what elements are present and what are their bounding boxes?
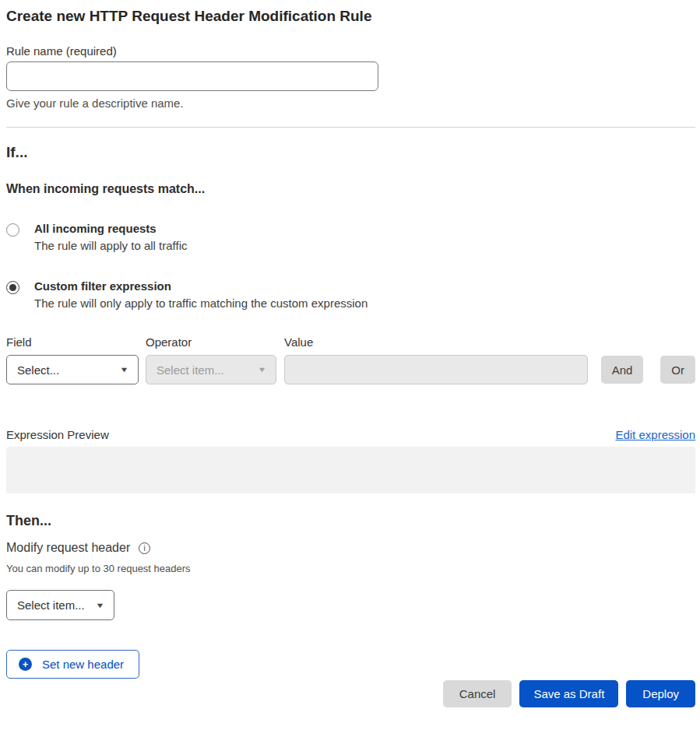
operator-select-value: Select item...	[157, 363, 224, 377]
expression-builder-row: Field Select... ▼ Operator Select item..…	[6, 335, 695, 384]
then-heading: Then...	[6, 513, 695, 529]
header-action-select-value: Select item...	[17, 598, 85, 612]
modify-header-help: You can modify up to 30 request headers	[6, 563, 695, 574]
value-input	[284, 355, 588, 384]
or-button[interactable]: Or	[660, 356, 695, 384]
edit-expression-link[interactable]: Edit expression	[615, 428, 695, 441]
radio-option-description: The rule will only apply to traffic matc…	[34, 297, 368, 310]
chevron-down-icon: ▼	[95, 602, 104, 609]
rule-name-input[interactable]	[6, 61, 378, 91]
plus-icon: +	[19, 658, 32, 671]
match-subheading: When incoming requests match...	[6, 182, 695, 196]
radio-option-label: All incoming requests	[34, 222, 187, 235]
expression-preview-label: Expression Preview	[6, 428, 109, 441]
field-select[interactable]: Select... ▼	[6, 355, 139, 384]
chevron-down-icon: ▼	[119, 366, 128, 374]
rule-name-label: Rule name (required)	[6, 44, 695, 58]
chevron-down-icon: ▼	[257, 366, 266, 374]
section-divider	[6, 127, 695, 128]
footer-actions: Cancel Save as Draft Deploy	[6, 680, 695, 707]
info-icon[interactable]: i	[139, 542, 150, 554]
radio-unselected-icon[interactable]	[6, 223, 19, 237]
set-new-header-button[interactable]: + Set new header	[6, 650, 139, 679]
radio-option-all-incoming-requests[interactable]: All incoming requests The rule will appl…	[6, 222, 695, 252]
radio-option-label: Custom filter expression	[34, 279, 368, 293]
set-new-header-label: Set new header	[42, 658, 124, 671]
rule-name-help: Give your rule a descriptive name.	[6, 97, 695, 110]
and-button[interactable]: And	[601, 356, 644, 384]
expression-preview-box	[6, 447, 695, 493]
modify-request-header-label: Modify request header	[6, 541, 130, 555]
radio-selected-icon[interactable]	[6, 281, 19, 294]
operator-label: Operator	[146, 335, 276, 349]
field-label: Field	[6, 335, 139, 349]
radio-option-custom-filter-expression[interactable]: Custom filter expression The rule will o…	[6, 279, 695, 310]
operator-select: Select item... ▼	[146, 355, 276, 384]
cancel-button[interactable]: Cancel	[443, 680, 512, 707]
field-select-value: Select...	[17, 363, 59, 377]
expression-preview-header: Expression Preview Edit expression	[6, 428, 695, 441]
value-label: Value	[284, 335, 588, 349]
radio-option-description: The rule will apply to all traffic	[34, 239, 187, 252]
if-heading: If...	[6, 144, 695, 161]
page-title: Create new HTTP Request Header Modificat…	[6, 6, 695, 26]
deploy-button[interactable]: Deploy	[626, 680, 695, 707]
create-rule-page: Create new HTTP Request Header Modificat…	[6, 6, 695, 707]
header-action-select[interactable]: Select item... ▼	[6, 590, 114, 620]
save-as-draft-button[interactable]: Save as Draft	[519, 680, 618, 707]
